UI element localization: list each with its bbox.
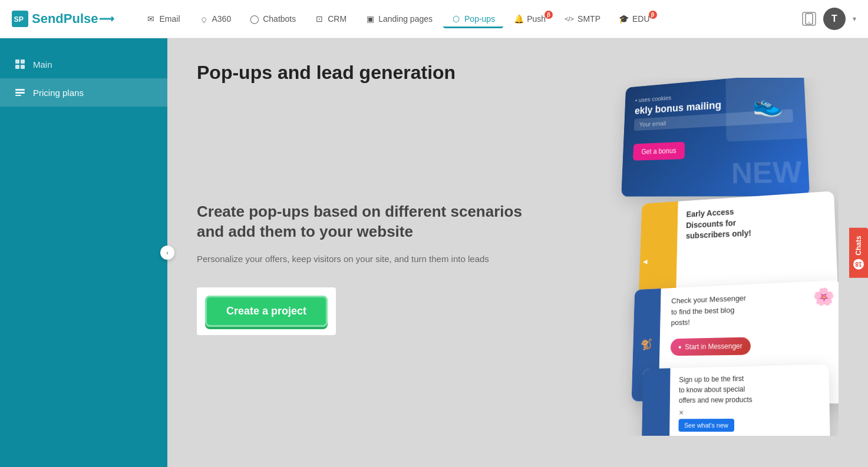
- card3-text2: to find the best blog: [671, 305, 735, 316]
- card2-text1: Early Access: [687, 207, 734, 219]
- sidebar-item-label: Main: [33, 59, 52, 69]
- sidebar-item-main[interactable]: Main: [0, 50, 167, 78]
- main-icon: [14, 58, 26, 70]
- nav-item-label: Landing pages: [378, 14, 433, 24]
- svg-rect-4: [15, 59, 19, 64]
- sidebar-item-pricing-plans[interactable]: Pricing plans: [0, 78, 167, 107]
- top-navigation: SP SendPulse ⟿ ✉ Email ⍜ A360 ◯ Chatbots…: [0, 0, 868, 38]
- push-icon: 🔔: [514, 14, 523, 24]
- svg-point-3: [808, 22, 810, 23]
- nav-item-crm[interactable]: ⊡ CRM: [306, 9, 355, 28]
- beta-badge-push: β: [544, 11, 553, 19]
- svg-rect-9: [15, 92, 25, 94]
- email-icon: ✉: [146, 14, 156, 24]
- crm-icon: ⊡: [315, 14, 324, 24]
- illustration: • uses cookies ekly bonus mailing Your e…: [556, 78, 839, 436]
- nav-item-label: EDU: [632, 14, 650, 24]
- chatbots-icon: ◯: [250, 14, 259, 24]
- avatar-letter: T: [831, 14, 837, 24]
- nav-right: T ▾: [802, 8, 856, 30]
- create-project-button[interactable]: Create a project: [205, 296, 328, 327]
- svg-rect-7: [21, 65, 25, 69]
- svg-rect-5: [21, 59, 25, 64]
- beta-badge-edu: β: [649, 11, 657, 19]
- main-layout: Main Pricing plans ‹ Pop-ups and lead ge…: [0, 38, 868, 467]
- edu-icon: 🎓: [619, 14, 629, 24]
- card1-new-label: NEW: [731, 154, 803, 190]
- nav-item-label: Pop-ups: [464, 14, 495, 24]
- svg-rect-10: [15, 95, 21, 96]
- chats-badge-container: 18 Chats: [849, 227, 868, 277]
- card2-text3: subscribers only!: [686, 228, 751, 240]
- svg-rect-8: [15, 89, 25, 91]
- logo-text: SendPulse: [32, 11, 98, 27]
- card2-text2: Discounts for: [686, 218, 736, 230]
- card3-button: ● Start in Messenger: [671, 337, 751, 356]
- card4-button: See what's new: [678, 419, 734, 432]
- svg-text:SP: SP: [14, 15, 24, 24]
- promo-area: Create pop-ups based on different scenar…: [197, 101, 839, 436]
- promo-text: Create pop-ups based on different scenar…: [197, 202, 527, 334]
- collapse-icon: ‹: [166, 249, 169, 256]
- logo[interactable]: SP SendPulse ⟿: [12, 11, 114, 27]
- nav-item-smtp[interactable]: </> SMTP: [556, 9, 609, 28]
- nav-item-label: SMTP: [577, 14, 600, 24]
- card3-text1: Check your Messenger: [671, 294, 746, 305]
- nav-item-chatbots[interactable]: ◯ Chatbots: [242, 9, 304, 28]
- content-area: Pop-ups and lead generation Create pop-u…: [167, 38, 868, 467]
- mobile-preview-icon[interactable]: [802, 12, 816, 26]
- smtp-icon: </>: [565, 14, 574, 24]
- nav-item-label: Push: [527, 14, 546, 24]
- avatar[interactable]: T: [823, 8, 846, 30]
- illustration-card-4: Sign up to be the first to know about sp…: [642, 365, 830, 436]
- promo-headline: Create pop-ups based on different scenar…: [197, 202, 527, 242]
- pop-ups-icon: ⬡: [451, 14, 461, 24]
- nav-item-a360[interactable]: ⍜ A360: [191, 9, 240, 28]
- a360-icon: ⍜: [199, 14, 209, 24]
- nav-item-label: Email: [159, 14, 180, 24]
- dropdown-arrow-icon[interactable]: ▾: [853, 15, 856, 23]
- promo-subtext: Personalize your offers, keep visitors o…: [197, 253, 527, 266]
- nav-item-email[interactable]: ✉ Email: [138, 9, 188, 28]
- nav-item-label: Chatbots: [263, 14, 296, 24]
- button-highlight-box: Create a project: [197, 287, 336, 335]
- nav-item-label: CRM: [328, 14, 346, 24]
- chats-count: 18: [853, 259, 864, 270]
- pricing-plans-icon: [14, 87, 26, 98]
- card4-text2: to know about special: [679, 385, 745, 395]
- landing-pages-icon: ▣: [365, 14, 375, 24]
- illustration-card-1: • uses cookies ekly bonus mailing Your e…: [621, 78, 810, 197]
- sidebar-item-label: Pricing plans: [33, 88, 84, 98]
- chats-label: Chats: [854, 236, 863, 255]
- content-inner: Pop-ups and lead generation Create pop-u…: [167, 38, 868, 467]
- nav-item-edu[interactable]: 🎓 EDU β: [611, 9, 658, 28]
- nav-items: ✉ Email ⍜ A360 ◯ Chatbots ⊡ CRM ▣ Landin…: [138, 9, 802, 28]
- nav-item-label: A360: [212, 14, 232, 24]
- sidebar: Main Pricing plans ‹: [0, 38, 167, 467]
- nav-item-landing-pages[interactable]: ▣ Landing pages: [357, 9, 441, 28]
- svg-rect-6: [15, 65, 19, 69]
- nav-item-pop-ups[interactable]: ⬡ Pop-ups: [443, 9, 503, 28]
- sidebar-collapse-button[interactable]: ‹: [160, 246, 174, 260]
- chats-badge[interactable]: 18 Chats: [849, 227, 868, 277]
- card1-button: Get a bonus: [633, 142, 685, 161]
- card3-text3: posts!: [671, 318, 690, 327]
- nav-item-push[interactable]: 🔔 Push β: [506, 9, 554, 28]
- card4-text3: offers and new products: [679, 396, 753, 405]
- card4-text1: Sign up to be the first: [679, 375, 744, 384]
